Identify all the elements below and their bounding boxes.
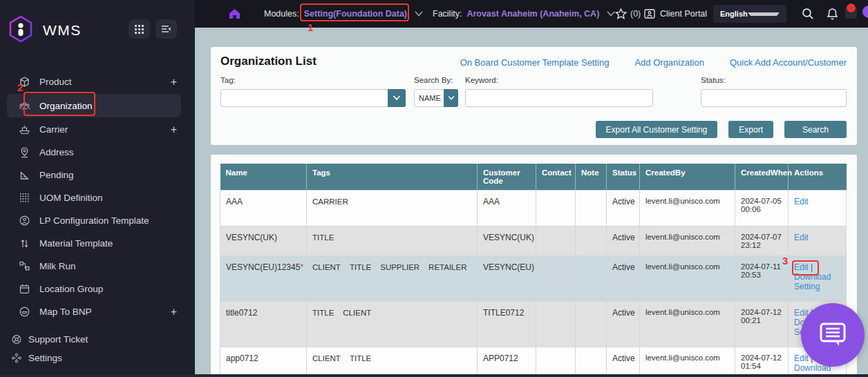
- home-icon: [228, 8, 241, 20]
- notifications-button[interactable]: [827, 0, 838, 28]
- table-row: VESYNC(UK)TITLEVESYNC(UK)Activelevent.li…: [220, 226, 847, 256]
- tag-chip: CLIENT: [312, 263, 341, 271]
- sidebar-item-address[interactable]: Address: [0, 141, 195, 164]
- tag-filter: Tag:: [220, 76, 406, 107]
- export-all-customer-setting-button[interactable]: Export All Customer Setting: [596, 121, 718, 138]
- favorites-button[interactable]: (0): [615, 0, 641, 28]
- export-button[interactable]: Export: [728, 121, 773, 138]
- chevron-down-icon[interactable]: [607, 11, 615, 17]
- status-label: Status:: [701, 76, 847, 84]
- sidebar-item-label: Support Ticket: [28, 334, 88, 345]
- alert-badge-icon[interactable]: [845, 7, 857, 19]
- cell-customer-code: AAA: [478, 191, 536, 226]
- expand-plus-icon[interactable]: +: [171, 124, 177, 136]
- add-organization-link[interactable]: Add Organization: [634, 57, 704, 68]
- facility-label: Facility:: [433, 9, 462, 19]
- sidebar-item-label: UOM Definition: [39, 193, 103, 203]
- avatar[interactable]: [862, 6, 868, 18]
- cell-actions: Edit | Download Setting: [789, 256, 847, 302]
- sidebar-item-uom-definition[interactable]: UOM Definition: [0, 186, 195, 209]
- edit-link[interactable]: Edit: [794, 233, 809, 242]
- tag-chip: RETAILER: [428, 263, 466, 271]
- expand-plus-icon[interactable]: +: [171, 76, 177, 88]
- search-by-filter: Search By: NAME: [414, 76, 458, 107]
- sidebar-item-milk-run[interactable]: Milk Run: [0, 255, 195, 278]
- cell-tags: CARRIER: [307, 191, 478, 226]
- cell-actions: Edit: [789, 226, 847, 256]
- modules-selector[interactable]: Modules: Setting(Foundation Data): [264, 0, 423, 28]
- column-header-createdby: CreatedBy: [640, 164, 735, 191]
- status-input[interactable]: [701, 89, 847, 107]
- tag-chip: TITLE: [312, 309, 334, 317]
- star-icon: [615, 8, 627, 19]
- chevron-down-icon: [748, 12, 780, 16]
- cell-name: app0712: [220, 347, 307, 377]
- cell-created-when: 2024-07-12 01:54: [735, 347, 789, 377]
- sidebar-item-label: LP Configuration Template: [39, 215, 149, 226]
- tag-select[interactable]: [220, 89, 406, 107]
- collapse-sidebar-button[interactable]: [155, 19, 177, 39]
- on-board-customer-template-setting-link[interactable]: On Board Customer Template Setting: [460, 57, 610, 68]
- cell-note: [576, 256, 607, 302]
- topbar: Modules: Setting(Foundation Data) Facili…: [195, 0, 868, 28]
- sidebar-item-pending[interactable]: Pending: [0, 164, 195, 186]
- search-icon: [802, 8, 814, 20]
- sidebar-item-settings[interactable]: Settings: [0, 349, 195, 367]
- chevron-down-icon[interactable]: [415, 11, 423, 17]
- tag-chip: TITLE: [350, 263, 371, 271]
- facility-selector[interactable]: Facility: Arovast Anaheim (Anaheim, CA): [433, 0, 615, 28]
- cell-name: AAA: [220, 191, 307, 226]
- chevron-down-icon[interactable]: [388, 89, 406, 107]
- cell-contact: [536, 191, 576, 226]
- column-header-name: Name: [220, 164, 307, 191]
- cell-created-when: 2024-07-07 23:12: [735, 226, 789, 256]
- search-button[interactable]: Search: [784, 121, 847, 138]
- bell-icon: [827, 8, 838, 20]
- tag-chip: TITLE: [312, 233, 334, 242]
- search-by-value: NAME: [415, 94, 441, 102]
- tag-chip: CLIENT: [312, 354, 341, 362]
- sidebar-item-lp-configuration-template[interactable]: LP Configuration Template: [0, 209, 195, 232]
- sidebar-item-location-group[interactable]: Location Group: [0, 278, 195, 300]
- wms-logo-icon: [8, 15, 33, 46]
- column-header-note: Note: [576, 164, 607, 191]
- search-button[interactable]: [802, 0, 814, 28]
- cell-status: Active: [607, 191, 640, 226]
- modules-label: Modules:: [264, 9, 299, 19]
- modules-value[interactable]: Setting(Foundation Data): [304, 9, 407, 19]
- edit-link[interactable]: Edit: [794, 354, 809, 363]
- search-by-select[interactable]: NAME: [414, 89, 458, 107]
- sidebar-item-organization[interactable]: Organization: [0, 93, 195, 118]
- chat-widget-button[interactable]: [801, 303, 865, 367]
- cell-created-by: levent.li@unisco.com: [640, 191, 735, 226]
- column-header-status: Status: [607, 164, 640, 191]
- quick-add-account-customer-link[interactable]: Quick Add Account/Customer: [730, 57, 847, 68]
- apps-grid-button[interactable]: [129, 19, 150, 39]
- table-row: VESYNC(EU)12345*CLIENTTITLESUPPLIERRETAI…: [220, 256, 847, 302]
- facility-value[interactable]: Arovast Anaheim (Anaheim, CA): [466, 9, 599, 19]
- client-portal-button[interactable]: Client Portal: [644, 0, 707, 28]
- edit-link[interactable]: Edit: [794, 197, 809, 206]
- table-row: app0712CLIENTTITLEAPP0712Activelevent.li…: [220, 347, 847, 377]
- organization-list-card: Organization List On Board Customer Temp…: [211, 47, 857, 145]
- chevron-down-icon[interactable]: [444, 89, 458, 107]
- sidebar-item-support-ticket[interactable]: Support Ticket: [0, 330, 195, 349]
- sidebar-item-product[interactable]: Product+: [0, 70, 195, 93]
- cell-name: VESYNC(UK): [220, 226, 307, 256]
- sidebar-item-label: Settings: [28, 353, 62, 363]
- home-button[interactable]: [228, 0, 241, 28]
- cell-customer-code: VESYNC(EU): [478, 256, 536, 302]
- sidebar-item-material-template[interactable]: Material Template: [0, 232, 195, 255]
- edit-link[interactable]: Edit: [794, 262, 809, 272]
- keyword-input[interactable]: [465, 89, 653, 107]
- expand-plus-icon[interactable]: +: [171, 306, 177, 318]
- language-select[interactable]: English: [713, 5, 786, 23]
- brand: WMS: [8, 15, 187, 46]
- lp-configuration-icon: [19, 215, 30, 226]
- sidebar-item-map-to-bnp[interactable]: Map To BNP+: [0, 300, 195, 323]
- column-header-customer-code: Customer Code: [478, 164, 536, 191]
- sidebar-item-label: Map To BNP: [39, 307, 92, 317]
- cell-note: [576, 347, 607, 377]
- download-setting-link[interactable]: Download Setting: [794, 272, 831, 291]
- sidebar-item-carrier[interactable]: Carrier+: [0, 118, 195, 141]
